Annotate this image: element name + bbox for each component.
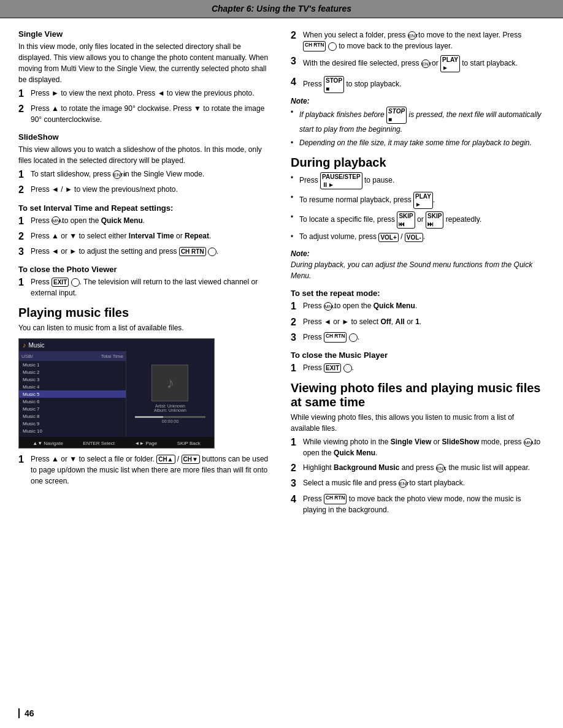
close-music-section: To close the Music Player 1 Press EXIT . bbox=[291, 351, 545, 374]
playing-music-heading: Playing music files bbox=[18, 306, 272, 320]
list-item: Music 8 bbox=[19, 412, 126, 420]
list-item: Music 6 bbox=[19, 398, 126, 405]
bullet-dot: • bbox=[291, 231, 297, 242]
chrtn-btn3: CH RTN bbox=[324, 494, 347, 504]
music-list-header: USB/ Total Time bbox=[19, 351, 126, 361]
exit-btn: EXIT bbox=[324, 363, 341, 373]
list-item: Music 1 bbox=[19, 361, 126, 368]
item-text: To locate a specific file, press SKIP⏮ o… bbox=[299, 211, 545, 229]
item-text: Press ◄ / ► to view the previous/next ph… bbox=[31, 184, 272, 195]
music-item-1: 1 Press ▲ or ▼ to select a file or folde… bbox=[18, 453, 272, 487]
close-music-heading: To close the Music Player bbox=[291, 351, 545, 360]
music-right-panel: ♪ Artist: UnknownAlbum: Unknown 00:00:00 bbox=[126, 351, 214, 437]
slideshow-item-1: 1 To start slideshow, press ENTR in the … bbox=[18, 169, 272, 180]
item-text: Press STOP■ to stop playback. bbox=[303, 76, 545, 93]
list-item: Music 7 bbox=[19, 405, 126, 412]
chrtn-btn2: CH RTN bbox=[324, 332, 347, 343]
back-label: SKIP Back bbox=[177, 441, 201, 446]
item-number: 3 bbox=[291, 55, 299, 72]
repeat-item-2: 2 Press ◄ or ► to select Off, All or 1. bbox=[291, 316, 545, 328]
playback-bullet-3: • To locate a specific file, press SKIP⏮… bbox=[291, 211, 545, 229]
vol-down-btn: VOL- bbox=[405, 233, 423, 242]
item-text: Press ► to view the next photo. Press ◄ … bbox=[31, 88, 272, 99]
during-playback-section: During playback • Press PAUSE/STEP⏸► to … bbox=[291, 156, 545, 242]
item-text: Highlight Background Music and press ENT… bbox=[303, 462, 545, 474]
item-text: Press ▲ or ▼ to select a file or folder.… bbox=[31, 453, 272, 487]
interval-item-3: 3 Press ◄ or ► to adjust the setting and… bbox=[18, 246, 272, 257]
ch-down-btn: CH▼ bbox=[182, 455, 200, 464]
note-2-section: Note: During playback, you can adjust th… bbox=[291, 249, 545, 281]
single-view-item-1: 1 Press ► to view the next photo. Press … bbox=[18, 88, 272, 99]
album-note-icon: ♪ bbox=[166, 374, 174, 392]
enter-select-label: ENTER Select bbox=[83, 441, 115, 446]
single-view-heading: Single View bbox=[18, 29, 272, 39]
item-number: 1 bbox=[18, 169, 27, 180]
chrtn-circle-icon bbox=[208, 248, 216, 256]
page-label: ◄► Page bbox=[134, 441, 157, 446]
play-btn: PLAY► bbox=[440, 55, 460, 72]
item-number: 2 bbox=[18, 230, 27, 242]
repeat-item-1: 1 Press MNU to open the Quick Menu. bbox=[291, 300, 545, 312]
item-text: With the desired file selected, press EN… bbox=[303, 55, 545, 72]
viewing-description: While viewing photo files, this allows y… bbox=[291, 412, 545, 434]
chrtn-circle bbox=[349, 333, 358, 342]
skip-back-btn: SKIP⏮ bbox=[397, 211, 415, 229]
playback-bullet-2: • To resume normal playback, press PLAY►… bbox=[291, 192, 545, 209]
close-music-item-1: 1 Press EXIT . bbox=[291, 362, 545, 374]
close-photo-section: To close the Photo Viewer 1 Press EXIT .… bbox=[18, 265, 272, 298]
item-text: Press CH RTN . bbox=[303, 332, 545, 343]
viewing-section: Viewing photo files and playing music fi… bbox=[291, 381, 545, 515]
viewing-item-4: 4 Press CH RTN to move back the photo vi… bbox=[291, 493, 545, 515]
pause-step-btn: PAUSE/STEP⏸► bbox=[320, 172, 362, 189]
item-text: While viewing photo in the Single View o… bbox=[303, 436, 545, 458]
item-text: Press EXIT . bbox=[303, 362, 545, 374]
menu-button-icon: MNU bbox=[52, 216, 60, 225]
single-view-item-2: 2 Press ▲ to rotate the image 90° clockw… bbox=[18, 103, 272, 125]
bullet-dot: • bbox=[291, 107, 297, 135]
bullet-dot: • bbox=[291, 172, 297, 189]
chrtn-btn: CH RTN bbox=[303, 41, 326, 51]
music-body: USB/ Total Time Music 1 Music 2 Music 3 … bbox=[19, 351, 214, 437]
item-text: Press ▲ to rotate the image 90° clockwis… bbox=[31, 103, 272, 125]
ch-up-btn: CH▲ bbox=[156, 455, 175, 464]
note-bullet-2: • Depending on the file size, it may tak… bbox=[291, 137, 545, 148]
item-text: Press MNU to open the Quick Menu. bbox=[303, 300, 545, 312]
close-photo-heading: To close the Photo Viewer bbox=[18, 265, 272, 274]
right-column: 2 When you select a folder, press ENT to… bbox=[291, 29, 545, 523]
slideshow-item-2: 2 Press ◄ / ► to view the previous/next … bbox=[18, 184, 272, 195]
note-text: If playback finishes before STOP■ is pre… bbox=[299, 107, 545, 135]
bullet-dot: • bbox=[291, 137, 297, 148]
music-note-icon: ♪ bbox=[23, 341, 26, 349]
play-btn: PLAY► bbox=[413, 192, 433, 209]
skip-fwd-btn: SKIP⏭ bbox=[426, 211, 443, 229]
album-art: ♪ bbox=[151, 365, 188, 401]
item-number: 1 bbox=[18, 276, 27, 298]
item-number: 3 bbox=[291, 332, 299, 343]
item-text: Press EXIT . The television will return … bbox=[31, 276, 272, 298]
playing-music-section: Playing music files You can listen to mu… bbox=[18, 306, 272, 487]
item-text: Press PAUSE/STEP⏸► to pause. bbox=[299, 172, 545, 189]
single-view-description: In this view mode, only files located in… bbox=[18, 41, 272, 85]
enter-icon-2: ENT bbox=[436, 464, 445, 472]
stop-icon: STOP■ bbox=[386, 107, 407, 124]
enter-button-icon: ENTR bbox=[113, 170, 121, 179]
item-text: To resume normal playback, press PLAY►. bbox=[299, 192, 545, 209]
during-playback-heading: During playback bbox=[291, 156, 545, 170]
music-progress-bar bbox=[135, 416, 205, 418]
playback-bullet-1: • Press PAUSE/STEP⏸► to pause. bbox=[291, 172, 545, 189]
page-number: 46 bbox=[18, 708, 34, 718]
item-text: To adjust volume, press VOL+ / VOL-. bbox=[299, 231, 545, 242]
item-number: 3 bbox=[291, 477, 299, 489]
item-text: When you select a folder, press ENT to m… bbox=[303, 29, 545, 51]
item-text: Press ◄ or ► to select Off, All or 1. bbox=[303, 316, 545, 328]
music-item-2: 2 When you select a folder, press ENT to… bbox=[291, 29, 545, 51]
left-column: Single View In this view mode, only file… bbox=[18, 29, 272, 523]
music-list-panel: USB/ Total Time Music 1 Music 2 Music 3 … bbox=[19, 351, 126, 437]
viewing-item-3: 3 Select a music file and press ENT to s… bbox=[291, 477, 545, 489]
list-item: Music 9 bbox=[19, 420, 126, 427]
note-label: Note: bbox=[291, 97, 545, 105]
bullet-dot: • bbox=[291, 192, 297, 209]
playing-music-description: You can listen to music from a list of a… bbox=[18, 322, 272, 333]
item-text: Press ◄ or ► to adjust the setting and p… bbox=[31, 246, 272, 257]
vol-up-btn: VOL+ bbox=[378, 233, 398, 242]
